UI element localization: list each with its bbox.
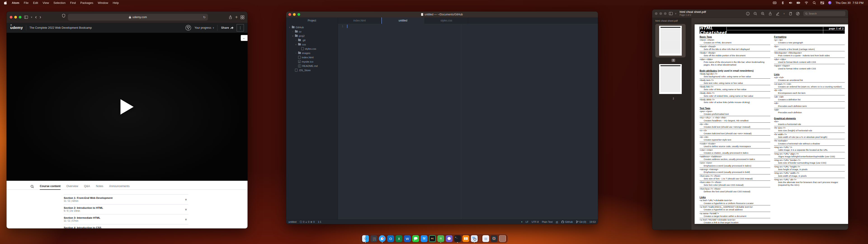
more-options-button[interactable]: ⋮ — [237, 24, 244, 31]
tab-q-a[interactable]: Q&A — [84, 185, 90, 190]
bluetooth-icon[interactable] — [781, 1, 784, 4]
tree-item-cv[interactable]: ›cv — [286, 29, 338, 34]
spotlight-search-icon[interactable] — [812, 1, 816, 4]
tree-item--git[interactable]: ›.git — [286, 38, 338, 42]
markup-pencil-icon[interactable] — [776, 12, 780, 16]
grammar-indicator[interactable]: Plain Text — [542, 220, 553, 223]
chevron-down-icon[interactable]: ∨ — [185, 228, 188, 228]
menu-find[interactable]: Find — [70, 1, 76, 4]
zoom-out-icon[interactable] — [753, 12, 757, 16]
keyboard-battery-icon[interactable] — [773, 1, 777, 4]
dock-item-books[interactable] — [463, 235, 469, 242]
chevron-down-icon[interactable]: ∨ — [185, 198, 188, 201]
editor-tab-untitled[interactable]: untitled — [381, 18, 425, 24]
zoom-button[interactable] — [664, 12, 666, 15]
search-icon[interactable] — [31, 185, 34, 190]
dock-item-safari[interactable] — [379, 235, 385, 242]
share-icon[interactable] — [768, 12, 772, 16]
github-status[interactable]: GitHub — [561, 220, 573, 223]
status-filename[interactable]: untitled — [288, 220, 296, 223]
play-button[interactable] — [121, 99, 133, 115]
forward-button[interactable]: › — [39, 15, 41, 20]
chevron-down-icon[interactable]: ∨ — [185, 218, 188, 221]
menu-bar-clock[interactable]: Thu Dec 30 7:53 PM — [835, 1, 864, 4]
course-section-row[interactable]: Section 1: Front-End Web Development11 /… — [64, 194, 188, 205]
menu-file[interactable]: File — [24, 1, 29, 4]
status-clock[interactable]: 19:53 — [589, 220, 596, 223]
dock-item-screenshots-stack[interactable] — [491, 235, 498, 242]
apple-menu-icon[interactable] — [4, 1, 7, 4]
menu-selection[interactable]: Selection — [54, 1, 66, 4]
udemy-logo[interactable]: ^udemy — [10, 26, 23, 30]
tree-item-mysite-ico[interactable]: mysite.ico — [286, 59, 338, 64]
linter-summary[interactable]: ⓘ 0 ▲ 0 ⊗ 0 — [300, 220, 315, 224]
sidebar-chevron-icon[interactable]: ∨ — [31, 16, 32, 18]
editor-tab-styles-css[interactable]: styles.css — [425, 18, 468, 24]
tree-item--ds-store[interactable]: .DS_Store — [286, 68, 338, 72]
dock-item-word[interactable]: W — [404, 235, 411, 242]
tree-item-index-html[interactable]: index.html — [286, 55, 338, 59]
tab-overview[interactable]: Overview — [66, 185, 78, 190]
course-content-collapse-button[interactable]: ← — [241, 35, 248, 41]
address-bar[interactable]: udemy.com ↻ — [68, 14, 208, 21]
sidebar-chevron-icon[interactable]: ∨ — [675, 12, 677, 15]
spellcheck-icon[interactable]: ab — [556, 221, 558, 223]
tab-course-content[interactable]: Course content — [40, 185, 61, 190]
menu-packages[interactable]: Packages — [80, 1, 93, 4]
dock-item-messages[interactable] — [412, 235, 419, 242]
minimize-button[interactable] — [14, 16, 17, 19]
page-thumbnail-2[interactable] — [655, 62, 686, 96]
control-center-icon[interactable] — [820, 1, 824, 4]
menu-help[interactable]: Help — [113, 1, 119, 4]
menu-view[interactable]: View — [43, 1, 49, 4]
tab-announcements[interactable]: Announcements — [109, 185, 129, 190]
info-icon[interactable] — [746, 12, 750, 16]
menu-window[interactable]: Window — [98, 1, 108, 4]
tab-overview-icon[interactable] — [241, 16, 244, 19]
line-ending-indicator[interactable]: LF — [526, 220, 528, 223]
dock-item-preview[interactable] — [471, 235, 477, 242]
dock-item-trash[interactable] — [499, 235, 506, 242]
cursor-position[interactable]: 1:1 — [318, 220, 321, 223]
zoom-button[interactable] — [19, 16, 22, 19]
git-status[interactable]: Git (0) — [576, 220, 586, 223]
reload-icon[interactable]: ↻ — [203, 16, 206, 19]
volume-icon[interactable] — [789, 1, 793, 4]
chevron-down-icon[interactable]: ∨ — [185, 208, 188, 211]
page-thumbnail-1[interactable] — [655, 24, 686, 57]
your-progress-dropdown[interactable]: Your progress ∨ — [194, 26, 214, 29]
tree-item-css[interactable]: ∨css — [286, 42, 338, 47]
pdf-canvas[interactable]: HTML Cheatsheet page 1 of 2 Basic Tags<h… — [691, 18, 848, 230]
course-section-row[interactable]: Section 4: Introduction to CSS11 / 11 | … — [64, 224, 188, 228]
close-button[interactable] — [10, 16, 12, 19]
tree-item-styles-css[interactable]: styles.css — [286, 47, 338, 51]
privacy-shield-icon[interactable] — [62, 14, 66, 21]
zoom-in-icon[interactable] — [761, 12, 765, 16]
dock-item-downloads-stack[interactable]: ▤ — [483, 235, 489, 242]
dock-item-github-desktop[interactable] — [446, 235, 453, 242]
sidebar-toggle-icon[interactable] — [24, 16, 28, 19]
sidebar-toggle-icon[interactable] — [669, 12, 673, 16]
editor-pane[interactable]: 1 — [338, 24, 598, 220]
dock-item-xcode[interactable]: ⚒ — [421, 235, 428, 242]
highlight-icon[interactable] — [796, 12, 800, 16]
battery-icon[interactable] — [797, 1, 800, 4]
dock-item-finder[interactable]: ☺ — [362, 235, 369, 242]
tree-item-readme-md[interactable]: README.md — [286, 64, 338, 68]
dock-item-terminal[interactable]: >_ — [454, 235, 461, 242]
tree-item-github[interactable]: ∨GitHub — [286, 25, 338, 29]
dock-item-outlook[interactable]: O — [387, 235, 394, 242]
tree-item-proj2[interactable]: ∨proj2 — [286, 34, 338, 38]
search-field[interactable]: Search — [803, 11, 845, 16]
rotate-icon[interactable] — [788, 12, 792, 16]
menu-atom[interactable]: Atom — [12, 1, 19, 4]
course-section-row[interactable]: Section 2: Introduction to HTML9 / 9 | 1… — [64, 205, 188, 214]
tab-notes[interactable]: Notes — [96, 185, 103, 190]
minimize-button[interactable] — [659, 12, 662, 15]
new-tab-icon[interactable]: + — [235, 15, 238, 20]
dock-item-pycharm[interactable]: PC — [429, 235, 436, 242]
dock-item-excel[interactable]: X — [396, 235, 402, 242]
dock-item-launchpad[interactable] — [370, 235, 377, 242]
close-button[interactable] — [655, 12, 657, 15]
share-icon[interactable] — [228, 16, 232, 19]
